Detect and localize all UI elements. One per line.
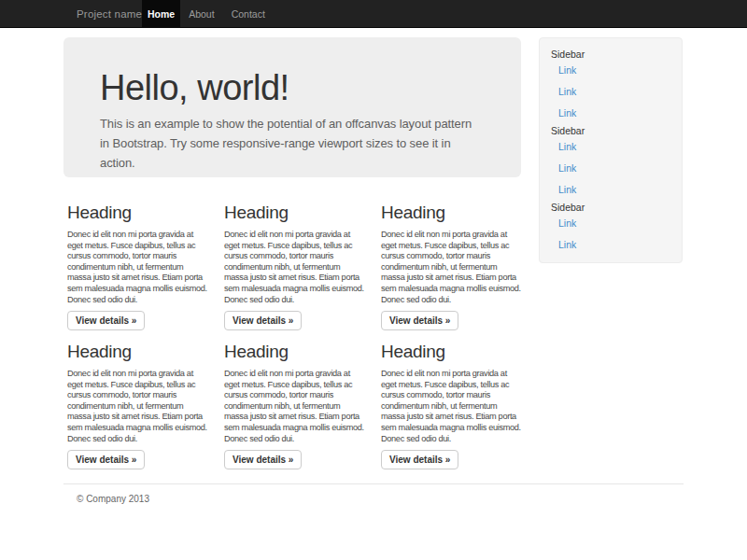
sidebar-group: Sidebar Link Link Link <box>551 125 670 195</box>
card-body-text: Donec id elit non mi porta gravida at eg… <box>67 230 207 305</box>
card-heading: Heading <box>67 203 207 221</box>
card-row: Heading Donec id elit non mi porta gravi… <box>63 203 521 334</box>
card-heading: Heading <box>381 203 521 221</box>
card-body-text: Donec id elit non mi porta gravida at eg… <box>381 369 521 444</box>
view-details-button[interactable]: View details » <box>67 311 145 330</box>
sidebar-link[interactable]: Link <box>551 184 670 195</box>
sidebar-group: Sidebar Link Link <box>551 202 670 250</box>
sidebar-link[interactable]: Link <box>551 107 670 119</box>
nav-item-home[interactable]: Home <box>142 0 180 28</box>
sidebar-group: Sidebar Link Link Link <box>551 49 670 119</box>
sidebar-link[interactable]: Link <box>551 64 670 76</box>
view-details-button[interactable]: View details » <box>67 450 145 469</box>
view-details-button[interactable]: View details » <box>381 311 458 330</box>
card-row: Heading Donec id elit non mi porta gravi… <box>63 343 521 473</box>
card-heading: Heading <box>381 343 521 360</box>
brand-link[interactable]: Project name <box>77 0 142 28</box>
content-card: Heading Donec id elit non mi porta gravi… <box>224 203 364 330</box>
sidebar-heading: Sidebar <box>551 49 670 61</box>
sidebar-panel: Sidebar Link Link Link Sidebar Link Link… <box>539 37 683 263</box>
content-card: Heading Donec id elit non mi porta gravi… <box>67 343 207 469</box>
view-details-button[interactable]: View details » <box>224 311 302 330</box>
jumbotron: Hello, world! This is an example to show… <box>63 37 521 177</box>
navbar-menu: Home About Contact <box>142 0 274 28</box>
sidebar-link[interactable]: Link <box>551 239 670 250</box>
sidebar-heading: Sidebar <box>551 202 670 214</box>
jumbotron-description: This is an example to show the potential… <box>100 114 484 173</box>
card-heading: Heading <box>67 343 207 360</box>
view-details-button[interactable]: View details » <box>224 450 302 469</box>
content-card: Heading Donec id elit non mi porta gravi… <box>67 203 207 330</box>
card-body-text: Donec id elit non mi porta gravida at eg… <box>381 230 521 305</box>
content-card: Heading Donec id elit non mi porta gravi… <box>381 203 521 330</box>
page-title: Hello, world! <box>100 69 484 106</box>
footer-copyright: © Company 2013 <box>77 493 149 506</box>
card-body-text: Donec id elit non mi porta gravida at eg… <box>224 369 364 444</box>
nav-item-contact[interactable]: Contact <box>223 0 274 28</box>
top-navbar: Project name Home About Contact <box>0 0 747 28</box>
view-details-button[interactable]: View details » <box>381 450 458 469</box>
footer-divider <box>63 483 684 484</box>
sidebar-link[interactable]: Link <box>551 162 670 174</box>
card-heading: Heading <box>224 343 364 360</box>
sidebar-link[interactable]: Link <box>551 141 670 152</box>
content-card: Heading Donec id elit non mi porta gravi… <box>224 343 364 469</box>
nav-item-about[interactable]: About <box>180 0 222 28</box>
sidebar-heading: Sidebar <box>551 125 670 137</box>
content-card: Heading Donec id elit non mi porta gravi… <box>381 343 521 469</box>
card-heading: Heading <box>224 203 364 221</box>
card-body-text: Donec id elit non mi porta gravida at eg… <box>224 230 364 305</box>
sidebar-link[interactable]: Link <box>551 217 670 229</box>
card-body-text: Donec id elit non mi porta gravida at eg… <box>67 369 207 444</box>
sidebar-link[interactable]: Link <box>551 86 670 97</box>
